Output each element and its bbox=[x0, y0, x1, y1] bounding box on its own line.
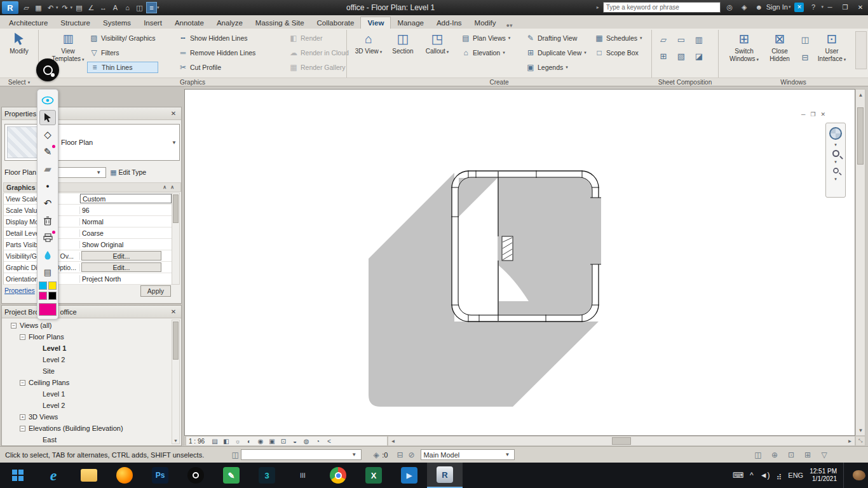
property-row[interactable]: Display ModelNormal bbox=[4, 216, 173, 227]
annotation-tool-launcher[interactable] bbox=[36, 58, 59, 81]
collapse-icon[interactable]: − bbox=[20, 334, 25, 340]
graphics-panel-label[interactable]: Graphics bbox=[39, 78, 346, 86]
print-icon[interactable]: ▤ bbox=[74, 2, 85, 13]
select-links-toggle-icon[interactable]: ⊕ bbox=[769, 450, 780, 460]
tab-modify[interactable]: Modify bbox=[468, 17, 503, 29]
property-row[interactable]: OrientationProject North bbox=[4, 273, 173, 285]
droplet-icon[interactable] bbox=[39, 247, 56, 262]
volume-icon[interactable]: ◄) bbox=[760, 471, 770, 480]
tree-item-site[interactable]: Site bbox=[3, 365, 173, 377]
view-reference-icon[interactable]: ◪ bbox=[693, 50, 705, 62]
collapse-icon[interactable]: − bbox=[20, 426, 25, 431]
open-icon[interactable]: ▱ bbox=[21, 2, 32, 13]
network-icon[interactable]: ⣴ bbox=[776, 471, 782, 480]
taskbar-photoshop[interactable]: Ps bbox=[142, 463, 178, 488]
filter-icon[interactable]: ▽ bbox=[818, 450, 830, 460]
scroll-right-icon[interactable]: ► bbox=[846, 437, 854, 445]
tab-systems[interactable]: Systems bbox=[97, 17, 137, 29]
guide-grid-icon[interactable]: ⊞ bbox=[657, 50, 670, 62]
properties-header[interactable]: Properties ✕ bbox=[2, 107, 181, 120]
touch-keyboard-icon[interactable]: ⌨ bbox=[733, 471, 743, 480]
taskbar-clock[interactable]: 12:51 PM 1/1/2021 bbox=[810, 468, 837, 484]
swatch-black[interactable] bbox=[48, 292, 57, 300]
project-browser-close-icon[interactable]: ✕ bbox=[168, 308, 179, 316]
type-selector-caret-icon[interactable]: ▼ bbox=[172, 140, 177, 146]
sign-in-button[interactable]: ☻Sign In▾ bbox=[754, 1, 791, 13]
temporary-view-properties-icon[interactable]: ◔ bbox=[313, 437, 323, 445]
hidden-icons-chevron[interactable]: ^ bbox=[750, 471, 754, 480]
worksets-icon[interactable]: ◫ bbox=[229, 450, 241, 460]
tab-collaborate[interactable]: Collaborate bbox=[311, 17, 361, 29]
taskbar-media-app[interactable]: ▶ bbox=[391, 463, 427, 488]
title-block-icon[interactable]: ▭ bbox=[675, 34, 688, 45]
scroll-down-icon[interactable]: ▼ bbox=[172, 438, 179, 443]
measure-icon[interactable]: ∠ bbox=[86, 2, 97, 13]
printer-icon[interactable] bbox=[39, 230, 56, 245]
user-interface-button[interactable]: ⊡ User Interface ▾ bbox=[815, 31, 848, 62]
view-minimize-icon[interactable]: ─ bbox=[801, 111, 805, 118]
design-options-icon[interactable]: ◈ bbox=[370, 450, 382, 460]
view-scale[interactable]: 1 : 96 bbox=[189, 438, 205, 445]
render-dialog-icon[interactable]: ◉ bbox=[255, 437, 266, 445]
thin-lines-button[interactable]: ≡Thin Lines bbox=[87, 62, 158, 73]
tree-item-elevations[interactable]: −Elevations (Building Elevation) bbox=[3, 423, 173, 434]
scroll-down-icon[interactable]: ▼ bbox=[857, 426, 865, 434]
tab-annotate[interactable]: Annotate bbox=[168, 17, 210, 29]
thin-lines-toggle-icon[interactable]: ≡ bbox=[146, 2, 157, 13]
tree-item-floor-plans[interactable]: −Floor Plans bbox=[3, 331, 173, 342]
autodesk-exchange-icon[interactable]: ✕ bbox=[794, 3, 804, 12]
type-selector[interactable]: Floor Plan ▼ bbox=[4, 124, 180, 161]
visibility-graphics-button[interactable]: ▨Visibility/ Graphics bbox=[87, 32, 158, 44]
property-row[interactable]: Parts VisibilityShow Original bbox=[4, 239, 173, 250]
sheet-composition-panel-label[interactable]: Sheet Composition bbox=[652, 78, 718, 86]
crop-view-icon[interactable]: ▣ bbox=[267, 437, 277, 445]
swatch-cyan[interactable] bbox=[39, 281, 47, 290]
plan-views-button[interactable]: ▤Plan Views▾ bbox=[459, 32, 513, 44]
qat-customize-caret-icon[interactable]: ▾ bbox=[157, 5, 159, 10]
taskbar-excel[interactable]: X bbox=[356, 463, 391, 488]
section-collapse-icon[interactable]: ∧∧ bbox=[163, 184, 178, 190]
taskbar-chrome[interactable] bbox=[320, 463, 356, 488]
properties-help-link[interactable]: Properties bbox=[4, 287, 35, 294]
redo-caret-icon[interactable]: ▾ bbox=[71, 5, 73, 10]
visual-style-icon[interactable]: ◧ bbox=[221, 437, 231, 445]
zoom-caret-icon[interactable]: ▾ bbox=[834, 159, 837, 165]
scroll-corner[interactable]: ⤡ bbox=[855, 436, 865, 446]
browser-scrollbar[interactable]: ▼ bbox=[172, 320, 180, 444]
horizontal-scroll-thumb[interactable] bbox=[612, 437, 631, 445]
vertical-scrollbar[interactable]: ▲ ▼ bbox=[855, 89, 865, 436]
properties-close-icon[interactable]: ✕ bbox=[168, 109, 179, 118]
sun-path-icon[interactable]: ☼ bbox=[233, 437, 243, 445]
close-button[interactable]: ✕ bbox=[853, 0, 868, 14]
eye-icon[interactable] bbox=[39, 93, 56, 108]
properties-scrollbar[interactable] bbox=[172, 193, 180, 285]
taskbar-ie[interactable]: e bbox=[36, 463, 71, 488]
section-icon[interactable]: ◫ bbox=[134, 2, 145, 13]
shadows-icon[interactable]: ◐ bbox=[244, 437, 254, 445]
tab-massing-site[interactable]: Massing & Site bbox=[249, 17, 311, 29]
show-desktop-button[interactable] bbox=[843, 463, 846, 488]
redo-icon[interactable]: ↷ bbox=[60, 2, 71, 13]
taskbar-file-explorer[interactable] bbox=[71, 463, 107, 488]
select-pinned-toggle-icon[interactable]: ⊡ bbox=[785, 450, 797, 460]
active-color-swatch[interactable] bbox=[39, 303, 57, 316]
revit-app-logo[interactable]: R bbox=[2, 1, 18, 14]
tree-item-ceiling-level-1[interactable]: Level 1 bbox=[3, 388, 173, 400]
undo-icon[interactable]: ↶ bbox=[45, 2, 56, 13]
apply-button[interactable]: Apply bbox=[140, 285, 171, 297]
new-sheet-icon[interactable]: ▱ bbox=[657, 34, 670, 45]
property-row[interactable]: Graphic Display Optio...Edit... bbox=[4, 262, 173, 273]
tree-item-ceiling-plans[interactable]: −Ceiling Plans bbox=[3, 377, 173, 388]
tab-insert[interactable]: Insert bbox=[137, 17, 168, 29]
drafting-view-button[interactable]: ✎Drafting View bbox=[524, 32, 589, 44]
ribbon-overflow-icon[interactable] bbox=[855, 31, 867, 69]
tile-views-icon[interactable]: ⊟ bbox=[799, 51, 811, 63]
callout-button[interactable]: ◳ Callout ▾ bbox=[421, 31, 454, 55]
remove-hidden-lines-button[interactable]: ═Remove Hidden Lines bbox=[176, 47, 258, 58]
search-binoculars-icon[interactable]: ◎ bbox=[724, 1, 735, 13]
horizontal-scrollbar[interactable]: ◄ ► bbox=[388, 436, 855, 446]
render-gallery-button[interactable]: ▦Render Gallery bbox=[287, 62, 351, 73]
vcb-collapse-icon[interactable]: < bbox=[324, 437, 334, 445]
view-templates-button[interactable]: ▥ View Templates ▾ bbox=[51, 31, 85, 62]
reveal-hidden-icon[interactable]: ◍ bbox=[301, 437, 311, 445]
